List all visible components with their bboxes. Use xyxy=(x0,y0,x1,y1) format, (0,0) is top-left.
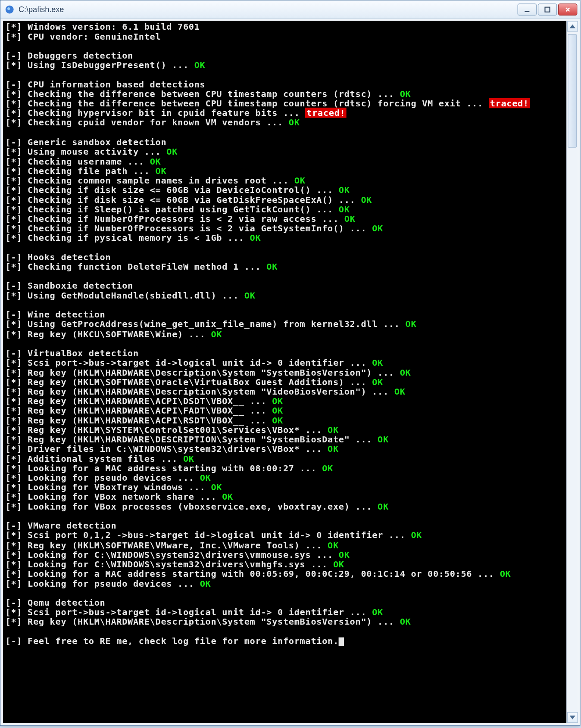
console-line: [*] Reg key (HKLM\HARDWARE\ACPI\DSDT\VBO… xyxy=(5,396,564,406)
console-line: [*] Checking if pysical memory is < 1Gb … xyxy=(5,233,564,243)
console-line: [*] Using GetProcAddress(wine_get_unix_f… xyxy=(5,320,564,329)
console-line: [-] Hooks detection xyxy=(5,252,564,262)
console-line: [*] Looking for VBox processes (vboxserv… xyxy=(5,502,564,511)
console-line: [*] Checking function DeleteFileW method… xyxy=(5,262,564,271)
console-line xyxy=(5,300,564,310)
console-line: [*] Reg key (HKLM\HARDWARE\DESCRIPTION\S… xyxy=(5,435,564,444)
console-line: [*] Checking if NumberOfProcessors is < … xyxy=(5,224,564,233)
console-line xyxy=(5,70,564,80)
console-line: [*] Using IsDebuggerPresent() ... OK xyxy=(5,60,564,70)
scroll-thumb[interactable] xyxy=(568,34,577,148)
console-line: [*] Checking if NumberOfProcessors is < … xyxy=(5,214,564,224)
console-line xyxy=(5,339,564,348)
console-line: [*] Scsi port->bus->target id->logical u… xyxy=(5,607,564,617)
console-line: [*] Looking for VBox network share ... O… xyxy=(5,492,564,502)
console-line xyxy=(5,271,564,281)
console-line: [*] Checking if Sleep() is patched using… xyxy=(5,205,564,214)
console[interactable]: [*] Windows version: 6.1 build 7601[*] C… xyxy=(3,21,566,723)
svg-rect-3 xyxy=(545,7,550,12)
console-line: [*] Checking username ... OK xyxy=(5,156,564,166)
console-line: [*] Checking the difference between CPU … xyxy=(5,89,564,99)
console-line: [-] VirtualBox detection xyxy=(5,348,564,358)
console-line: [*] Scsi port 0,1,2 ->bus->target id->lo… xyxy=(5,531,564,540)
console-line: [*] Looking for VBoxTray windows ... OK xyxy=(5,482,564,492)
close-button[interactable] xyxy=(558,3,577,16)
console-line: [*] Checking if disk size <= 60GB via Ge… xyxy=(5,195,564,204)
scroll-up-button[interactable] xyxy=(567,21,578,32)
minimize-button[interactable] xyxy=(518,3,537,16)
console-line: [*] Looking for pseudo devices ... OK xyxy=(5,579,564,588)
console-line: [*] Reg key (HKLM\HARDWARE\Description\S… xyxy=(5,387,564,396)
scrollbar[interactable] xyxy=(566,21,577,723)
console-line: [*] Reg key (HKLM\SYSTEM\ControlSet001\S… xyxy=(5,425,564,435)
console-line: [*] Reg key (HKLM\HARDWARE\ACPI\FADT\VBO… xyxy=(5,406,564,415)
svg-rect-2 xyxy=(525,10,529,12)
console-line xyxy=(5,627,564,636)
console-line: [-] Sandboxie detection xyxy=(5,281,564,291)
console-line: [*] Reg key (HKCU\SOFTWARE\Wine) ... OK xyxy=(5,329,564,339)
console-line xyxy=(5,511,564,521)
console-line: [-] Generic sandbox detection xyxy=(5,137,564,147)
console-line: [*] Looking for C:\WINDOWS\system32\driv… xyxy=(5,560,564,569)
console-line xyxy=(5,588,564,597)
console-line: [*] Looking for C:\WINDOWS\system32\driv… xyxy=(5,550,564,559)
client-area: [*] Windows version: 6.1 build 7601[*] C… xyxy=(0,19,580,725)
console-line: [*] Driver files in C:\WINDOWS\system32\… xyxy=(5,444,564,454)
console-line: [*] Looking for pseudo devices ... OK xyxy=(5,473,564,482)
console-line: [*] Checking cpuid vendor for known VM v… xyxy=(5,118,564,128)
console-line: [*] Checking the difference between CPU … xyxy=(5,99,564,109)
svg-point-1 xyxy=(7,7,10,9)
console-line: [*] Checking if disk size <= 60GB via De… xyxy=(5,185,564,195)
console-line: [*] Reg key (HKLM\HARDWARE\Description\S… xyxy=(5,617,564,626)
app-icon xyxy=(4,4,15,15)
console-line: [-] CPU information based detections xyxy=(5,80,564,89)
console-line: [*] Using mouse activity ... OK xyxy=(5,147,564,156)
scroll-down-button[interactable] xyxy=(567,712,578,723)
console-line: [-] Wine detection xyxy=(5,310,564,320)
console-line: [*] Reg key (HKLM\HARDWARE\ACPI\RSDT\VBO… xyxy=(5,416,564,425)
console-line xyxy=(5,243,564,252)
window-title: C:\pafish.exe xyxy=(19,5,518,14)
console-line xyxy=(5,128,564,137)
console-line: [*] Checking hypervisor bit in cpuid fea… xyxy=(5,109,564,118)
console-line: [*] Checking common sample names in driv… xyxy=(5,176,564,185)
console-line: [*] Reg key (HKLM\SOFTWARE\Oracle\Virtua… xyxy=(5,377,564,386)
console-line: [-] VMware detection xyxy=(5,521,564,531)
console-line: [-] Feel free to RE me, check log file f… xyxy=(5,636,564,646)
console-line: [-] Debuggers detection xyxy=(5,51,564,60)
console-line: [*] Using GetModuleHandle(sbiedll.dll) .… xyxy=(5,291,564,300)
console-line: [*] Checking file path ... OK xyxy=(5,166,564,175)
console-line: [*] Looking for a MAC address starting w… xyxy=(5,569,564,579)
console-line: [*] Windows version: 6.1 build 7601 xyxy=(5,22,564,31)
console-output: [*] Windows version: 6.1 build 7601[*] C… xyxy=(3,21,566,647)
app-window: C:\pafish.exe [*] Windows version: 6.1 b… xyxy=(0,0,580,726)
window-controls xyxy=(518,3,578,16)
console-line: [*] Reg key (HKLM\SOFTWARE\VMware, Inc.\… xyxy=(5,540,564,550)
console-line: [*] Looking for a MAC address starting w… xyxy=(5,464,564,473)
console-line: [-] Qemu detection xyxy=(5,598,564,607)
titlebar[interactable]: C:\pafish.exe xyxy=(0,0,580,19)
console-line: [*] Scsi port->bus->target id->logical u… xyxy=(5,358,564,367)
maximize-button[interactable] xyxy=(538,3,557,16)
console-line: [*] Additional system files ... OK xyxy=(5,454,564,464)
console-line xyxy=(5,41,564,51)
console-line: [*] Reg key (HKLM\HARDWARE\Description\S… xyxy=(5,367,564,377)
console-line: [*] CPU vendor: GenuineIntel xyxy=(5,32,564,41)
